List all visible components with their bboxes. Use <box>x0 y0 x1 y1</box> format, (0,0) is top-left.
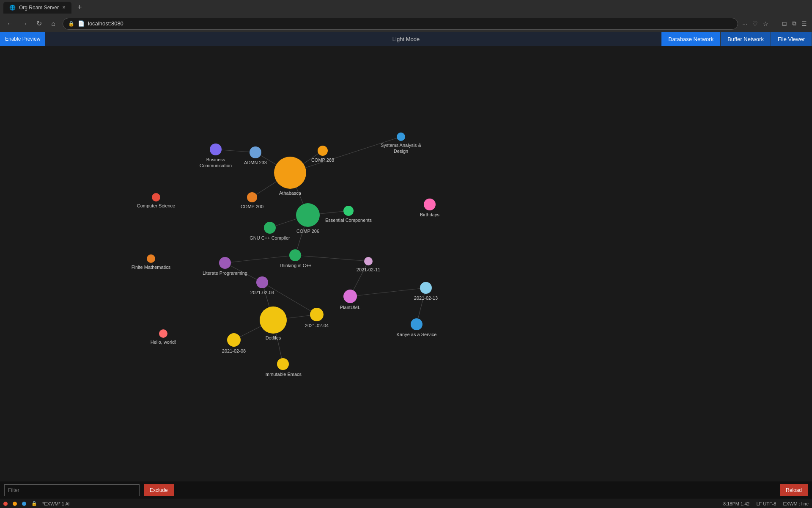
label-literate_prog: Literate Programming <box>203 271 247 276</box>
status-lock-icon: 🔒 <box>31 501 37 506</box>
buffer-network-btn[interactable]: Buffer Network <box>721 32 771 46</box>
sidebar-icon[interactable]: ⊟ <box>782 20 787 27</box>
status-dot-yellow <box>13 502 17 506</box>
extensions-btn[interactable]: ··· <box>742 20 747 27</box>
node-date_20210204[interactable] <box>310 308 324 321</box>
back-btn[interactable]: ← <box>5 20 15 28</box>
svg-line-9 <box>225 255 295 263</box>
network-svg: BusinessCommunicationADMN 233COMP 268Ath… <box>0 46 812 481</box>
node-plantUML[interactable] <box>343 290 357 303</box>
label-dotfiles: Dotfiles <box>266 335 281 340</box>
label-immutable_emacs: Immutable Emacs <box>264 372 302 377</box>
node-thinking_cpp[interactable] <box>289 249 301 261</box>
node-dotfiles[interactable] <box>260 306 287 334</box>
new-tab-btn[interactable]: + <box>75 3 85 12</box>
node-gnu_cpp[interactable] <box>264 222 276 234</box>
page-icon: 📄 <box>78 20 85 27</box>
node-finite_math[interactable] <box>147 254 155 263</box>
label-comp206: COMP 206 <box>296 229 319 234</box>
file-viewer-btn[interactable]: File Viewer <box>771 32 812 46</box>
emacs-workspace: *EXWM* 1 All <box>42 501 71 506</box>
node-comp200[interactable] <box>247 192 257 202</box>
security-icon: 🔒 <box>68 21 74 27</box>
node-immutable_emacs[interactable] <box>277 358 289 370</box>
label-finite_math: Finite Mathematics <box>132 265 171 270</box>
node-comp206[interactable] <box>296 203 320 227</box>
node-business_comm[interactable] <box>210 144 222 155</box>
network-area[interactable]: BusinessCommunicationADMN 233COMP 268Ath… <box>0 46 812 481</box>
reload-button[interactable]: Reload <box>780 484 808 496</box>
bottom-filter-bar: Exclude Reload <box>0 481 812 499</box>
svg-line-15 <box>350 288 426 296</box>
svg-line-0 <box>216 149 255 152</box>
node-athabasca[interactable] <box>274 157 306 189</box>
window-icon[interactable]: ⧉ <box>792 20 796 27</box>
address-bar[interactable]: 🔒 📄 localhost:8080 <box>63 18 738 30</box>
node-admn233[interactable] <box>250 146 261 158</box>
label-athabasca: Athabasca <box>279 190 302 196</box>
browser-addressbar: ← → ↻ ⌂ 🔒 📄 localhost:8080 ··· ♡ ☆ ⊟ ⧉ ☰ <box>0 15 812 32</box>
filter-input[interactable] <box>4 484 140 496</box>
node-date_20210208[interactable] <box>227 333 241 347</box>
tab-favicon: 🌐 <box>9 5 16 11</box>
status-dot-red <box>3 502 8 506</box>
browser-titlebar: 🌐 Org Roam Server ✕ + <box>0 0 812 15</box>
svg-line-3 <box>290 137 401 173</box>
node-computer_science[interactable] <box>152 193 160 202</box>
tab-title: Org Roam Server <box>19 5 59 11</box>
exclude-button[interactable]: Exclude <box>144 484 174 496</box>
node-comp268[interactable] <box>318 146 328 156</box>
label-kanye_service: Kanye as a Service <box>397 332 437 337</box>
label-date_20210211: 2021-02-11 <box>357 267 380 272</box>
label-date_20210204: 2021-02-04 <box>305 323 329 328</box>
node-date_20210203[interactable] <box>256 276 268 288</box>
label-comp200: COMP 200 <box>241 204 263 209</box>
node-hello_world[interactable] <box>159 329 167 338</box>
label-gnu_cpp: GNU C++ Compiler <box>250 235 290 240</box>
status-mode: EXWM : line <box>783 501 809 506</box>
label-systems_analysis-line1: Design <box>394 149 408 154</box>
label-plantUML: PlantUML <box>340 305 360 310</box>
menu-icon[interactable]: ☰ <box>801 20 807 27</box>
node-literate_prog[interactable] <box>219 257 231 269</box>
label-essential_components: Essential Components <box>325 218 372 223</box>
active-tab[interactable]: 🌐 Org Roam Server ✕ <box>3 2 71 14</box>
node-essential_components[interactable] <box>343 206 354 216</box>
label-birthdays: Birthdays <box>420 212 439 217</box>
database-network-btn[interactable]: Database Network <box>661 32 721 46</box>
status-right: 8:18PM 1.42 LF UTF-8 EXWM : line <box>723 501 809 506</box>
svg-line-10 <box>295 255 368 261</box>
label-date_20210203: 2021-02-03 <box>250 290 274 295</box>
label-systems_analysis-line0: Systems Analysis & <box>381 143 422 148</box>
label-date_20210213: 2021-02-13 <box>414 295 438 301</box>
status-bar: 🔒 *EXWM* 1 All 8:18PM 1.42 LF UTF-8 EXWM… <box>0 499 812 508</box>
node-birthdays[interactable] <box>424 199 436 210</box>
status-dot-blue <box>22 502 26 506</box>
app-toolbar: Enable Preview Light Mode Database Netwo… <box>0 32 812 46</box>
forward-btn[interactable]: → <box>19 20 30 28</box>
light-mode-label: Light Mode <box>392 36 420 42</box>
label-computer_science: Computer Science <box>137 203 176 208</box>
url-text: localhost:8080 <box>88 20 123 27</box>
label-comp268: COMP 268 <box>311 157 334 163</box>
node-kanye_service[interactable] <box>411 318 422 330</box>
tab-close-btn[interactable]: ✕ <box>62 5 66 10</box>
status-time: 8:18PM 1.42 <box>723 501 749 506</box>
label-business_comm-line1: Communication <box>200 163 232 168</box>
label-thinking_cpp: Thinking in C++ <box>279 263 311 268</box>
label-hello_world: Hello, world! <box>151 340 176 345</box>
node-date_20210211[interactable] <box>364 257 373 265</box>
label-business_comm-line0: Business <box>206 157 225 162</box>
home-btn[interactable]: ⌂ <box>48 20 58 28</box>
label-date_20210208: 2021-02-08 <box>222 348 246 353</box>
heart-icon[interactable]: ♡ <box>752 20 758 27</box>
node-systems_analysis[interactable] <box>397 133 405 141</box>
star-icon[interactable]: ☆ <box>763 20 768 27</box>
reload-nav-btn[interactable]: ↻ <box>34 19 44 28</box>
browser-controls-right: ··· ♡ ☆ ⊟ ⧉ ☰ <box>742 20 807 27</box>
enable-preview-button[interactable]: Enable Preview <box>0 32 45 46</box>
status-encoding: LF UTF-8 <box>756 501 776 506</box>
toolbar-nav-buttons: Database Network Buffer Network File Vie… <box>661 32 812 46</box>
node-date_20210213[interactable] <box>420 282 432 294</box>
label-admn233: ADMN 233 <box>244 160 267 165</box>
